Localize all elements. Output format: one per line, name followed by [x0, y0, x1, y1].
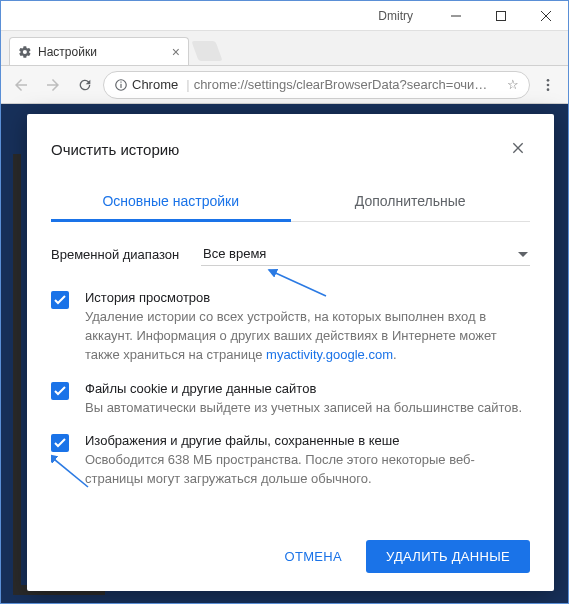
forward-button[interactable] — [39, 71, 67, 99]
window-titlebar: Dmitry — [1, 1, 568, 31]
time-range-value: Все время — [203, 246, 266, 261]
checkbox-cookies[interactable] — [51, 382, 69, 400]
tab-basic[interactable]: Основные настройки — [51, 183, 291, 221]
item-title: История просмотров — [85, 290, 530, 305]
dialog-tabs: Основные настройки Дополнительные — [51, 183, 530, 222]
browser-menu-button[interactable] — [534, 71, 562, 99]
svg-rect-2 — [120, 83, 121, 87]
new-tab-button[interactable] — [191, 41, 222, 61]
time-range-label: Временной диапазон — [51, 247, 201, 262]
time-range-select[interactable]: Все время — [201, 242, 530, 266]
svg-point-6 — [547, 88, 550, 91]
tab-close-button[interactable]: × — [172, 44, 180, 60]
address-bar[interactable]: Chrome | chrome://settings/clearBrowserD… — [103, 71, 530, 99]
browser-toolbar: Chrome | chrome://settings/clearBrowserD… — [1, 66, 568, 104]
myactivity-link[interactable]: myactivity.google.com — [266, 347, 393, 362]
checkbox-cached-images[interactable] — [51, 434, 69, 452]
page-content: Очистить историю Основные настройки Допо… — [1, 104, 568, 604]
window-close-button[interactable] — [523, 1, 568, 30]
gear-icon — [18, 45, 32, 59]
tab-advanced[interactable]: Дополнительные — [291, 183, 531, 221]
svg-rect-0 — [496, 11, 505, 20]
item-title: Файлы cookie и другие данные сайтов — [85, 381, 522, 396]
browser-tab[interactable]: Настройки × — [9, 37, 189, 65]
browser-tabstrip: Настройки × — [1, 31, 568, 66]
list-item: История просмотров Удаление истории со в… — [51, 290, 530, 365]
clear-data-button[interactable]: УДАЛИТЬ ДАННЫЕ — [366, 540, 530, 573]
dialog-title: Очистить историю — [51, 141, 179, 158]
window-maximize-button[interactable] — [478, 1, 523, 30]
dialog-close-button[interactable] — [506, 134, 530, 165]
cancel-button[interactable]: ОТМЕНА — [265, 540, 362, 573]
item-description: Вы автоматически выйдете из учетных запи… — [85, 399, 522, 418]
item-description: Удаление истории со всех устройств, на к… — [85, 308, 530, 365]
titlebar-username: Dmitry — [378, 9, 413, 23]
item-description: Освободится 638 МБ пространства. После э… — [85, 451, 530, 489]
back-button[interactable] — [7, 71, 35, 99]
svg-rect-3 — [120, 81, 121, 82]
checkbox-browsing-history[interactable] — [51, 291, 69, 309]
list-item: Изображения и другие файлы, сохраненные … — [51, 433, 530, 489]
browser-tab-title: Настройки — [38, 45, 97, 59]
svg-point-4 — [547, 79, 550, 82]
bookmark-star-icon[interactable]: ☆ — [507, 77, 519, 92]
clear-browsing-data-dialog: Очистить историю Основные настройки Допо… — [27, 114, 554, 591]
item-title: Изображения и другие файлы, сохраненные … — [85, 433, 530, 448]
url-text: chrome://settings/clearBrowserData?searc… — [194, 77, 488, 92]
scheme-label: Chrome — [132, 77, 178, 92]
reload-button[interactable] — [71, 71, 99, 99]
list-item: Файлы cookie и другие данные сайтов Вы а… — [51, 381, 530, 418]
svg-point-5 — [547, 83, 550, 86]
chevron-down-icon — [518, 246, 528, 261]
site-info-icon[interactable]: Chrome — [114, 77, 178, 92]
window-minimize-button[interactable] — [433, 1, 478, 30]
